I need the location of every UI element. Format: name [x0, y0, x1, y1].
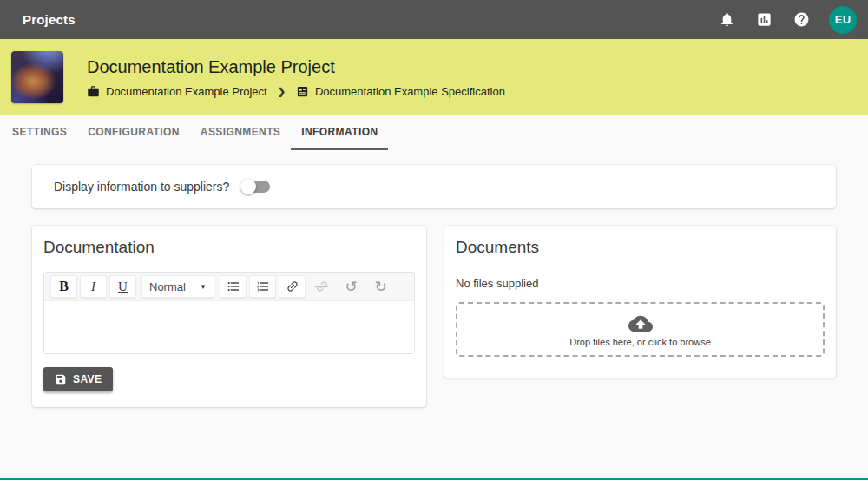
bullet-list-button[interactable]	[220, 275, 247, 298]
chevron-down-icon: ▼	[200, 283, 207, 291]
tab-configuration[interactable]: CONFIGURATION	[77, 115, 190, 150]
editor-content-area[interactable]	[44, 301, 414, 353]
project-thumbnail	[11, 51, 63, 103]
documentation-title: Documentation	[43, 238, 415, 257]
save-icon	[55, 373, 67, 385]
analytics-icon[interactable]	[754, 10, 773, 30]
unlink-button[interactable]	[308, 275, 335, 298]
breadcrumb-project-label: Documentation Example Project	[106, 85, 267, 98]
no-files-text: No files supplied	[456, 277, 825, 290]
documents-title: Documents	[456, 238, 825, 257]
link-button[interactable]	[279, 275, 306, 298]
bullet-list-icon	[227, 279, 240, 293]
briefcase-icon	[87, 85, 100, 98]
breadcrumb: Documentation Example Project ❯ Document…	[87, 85, 505, 98]
chevron-right-icon: ❯	[278, 86, 286, 97]
link-icon	[282, 277, 302, 297]
breadcrumb-specification[interactable]: Documentation Example Specification	[296, 85, 505, 98]
breadcrumb-specification-label: Documentation Example Specification	[315, 85, 505, 98]
dropzone-label: Drop files here, or click to browse	[569, 337, 711, 347]
save-button-label: SAVE	[73, 373, 102, 385]
numbered-list-icon	[256, 279, 270, 293]
unlink-icon	[312, 277, 332, 297]
format-dropdown-value: Normal	[149, 280, 186, 293]
tab-information[interactable]: INFORMATION	[291, 115, 388, 150]
file-dropzone[interactable]: Drop files here, or click to browse	[456, 302, 825, 357]
page-title: Documentation Example Project	[87, 57, 505, 77]
redo-button[interactable]: ↻	[367, 275, 394, 298]
editor-toolbar: B I U Normal ▼ ↺	[44, 273, 414, 301]
bold-button[interactable]: B	[50, 275, 77, 298]
supplier-toggle-label: Display information to suppliers?	[54, 180, 229, 194]
cloud-upload-icon	[628, 312, 653, 336]
undo-button[interactable]: ↺	[338, 275, 365, 298]
supplier-visibility-card: Display information to suppliers?	[32, 165, 836, 208]
documents-card: Documents No files supplied Drop files h…	[444, 226, 836, 378]
save-button[interactable]: SAVE	[43, 367, 113, 391]
user-avatar[interactable]: EU	[829, 6, 857, 34]
numbered-list-button[interactable]	[249, 275, 276, 298]
underline-button[interactable]: U	[109, 275, 136, 298]
breadcrumb-project[interactable]: Documentation Example Project	[87, 85, 267, 98]
notifications-icon[interactable]	[717, 10, 736, 30]
supplier-toggle-switch[interactable]	[240, 178, 272, 195]
tab-assignments[interactable]: ASSIGNMENTS	[190, 115, 291, 150]
top-app-bar: Projects EU	[0, 0, 868, 39]
content-cards: Documentation B I U Normal ▼	[32, 226, 836, 407]
tab-settings[interactable]: SETTINGS	[2, 115, 77, 150]
project-banner: Documentation Example Project Documentat…	[0, 39, 868, 115]
documentation-card: Documentation B I U Normal ▼	[32, 226, 426, 407]
format-dropdown[interactable]: Normal ▼	[141, 275, 214, 298]
app-title: Projects	[23, 12, 76, 27]
help-icon[interactable]	[792, 10, 811, 30]
tab-bar: SETTINGS CONFIGURATION ASSIGNMENTS INFOR…	[0, 115, 868, 150]
rich-text-editor: B I U Normal ▼ ↺	[43, 272, 415, 354]
topbar-actions: EU	[717, 6, 857, 34]
italic-button[interactable]: I	[80, 275, 107, 298]
specification-icon	[296, 85, 309, 98]
banner-text: Documentation Example Project Documentat…	[87, 57, 505, 98]
